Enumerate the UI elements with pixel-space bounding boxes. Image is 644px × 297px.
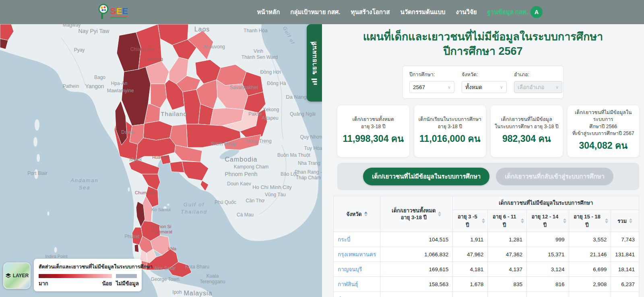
map-label: Sea [78, 185, 90, 191]
map-label: Dawei [121, 129, 134, 135]
sort-icon[interactable] [605, 218, 608, 223]
map-label: Xekong [263, 107, 279, 112]
tab-button[interactable]: เด็ก/เยาวชนที่กลับเข้าสู่ระบบการศึกษา [496, 168, 613, 185]
map-canvas[interactable]: MagwayNay Pyi TawPyayBagoPatheinYangonHp… [0, 24, 322, 297]
filter-group: จังหวัด:ทั้งหมด∨ [462, 71, 507, 93]
column-header-age[interactable]: อายุ 12 - 14 ปี [527, 210, 569, 232]
table-cell: 816 [527, 277, 569, 292]
expand-map-button[interactable]: ขยายแผนที่ [307, 24, 322, 102]
nav-item[interactable]: นวัตกรรมต้นแบบ [400, 7, 445, 17]
column-header-age[interactable]: รวม [611, 210, 639, 232]
map-label: Gulf of [184, 201, 204, 208]
chevron-down-icon: ∨ [555, 85, 559, 90]
map-label: Thailand [181, 209, 207, 215]
map-label: Yangon [85, 83, 104, 89]
table-row: กาญจนบุรี169,6154,1814,1373,1246,69918,1… [334, 262, 639, 277]
nav-item[interactable]: ฐานข้อมูล กสศ. [487, 7, 528, 17]
page-title: แผนที่เด็กและเยาวชนที่ไม่มีข้อมูลในระบบก… [329, 30, 637, 58]
table-cell: 1,066,832 [380, 247, 453, 262]
map-label: Pyay [74, 47, 85, 53]
stat-label: เด็ก/เยาวชนทั้งหมดอายุ 3-18 ปี [340, 116, 407, 130]
map-label: Nay Pyi Taw [78, 28, 110, 34]
sort-icon[interactable] [438, 212, 441, 216]
map-label: Bago [94, 75, 105, 80]
filter-value: เลือกอำเภอ [518, 83, 544, 91]
column-header-age[interactable]: อายุ 6 - 11 ปี [488, 210, 527, 232]
column-header-province[interactable]: จังหวัด [334, 196, 380, 232]
nav-item[interactable]: หน้าหลัก [257, 7, 280, 17]
stat-value: 11,016,000 คน [417, 131, 484, 146]
map-label: Đông Hà [267, 81, 286, 86]
sort-icon[interactable] [521, 218, 524, 223]
map-label: Chiang Mai [130, 46, 155, 52]
map-label: Hua Hin [152, 155, 168, 160]
table-cell: 4,181 [453, 262, 488, 277]
province-link[interactable]: กาญจนบุรี [334, 262, 380, 277]
isee-logo[interactable]: SEE [96, 3, 128, 21]
stat-value: 304,082 คน [570, 138, 637, 153]
sort-icon[interactable] [629, 218, 632, 223]
map-label: Phuket [124, 234, 140, 239]
layer-button[interactable]: LAYER [3, 262, 31, 289]
map-label: Alor Setar [154, 266, 175, 271]
main-nav: หน้าหลักกลุ่มเป้าหมาย กสศ.ทุนสร้างโอกาสน… [257, 7, 528, 17]
map-label: Siem Reap [211, 141, 237, 147]
map-label: Kuala [206, 273, 219, 279]
map-label: Port Blair [27, 170, 47, 176]
table-cell: 902 [488, 292, 527, 297]
filter-select[interactable]: เลือกอำเภอ∨ [514, 81, 562, 93]
chevron-down-icon: ∨ [448, 85, 451, 90]
province-link[interactable]: กรุงเทพมหานคร [334, 247, 380, 262]
map-label: George Town [151, 276, 179, 282]
map-label: Cần Thơ [246, 198, 264, 204]
map-label: Cà Mau [237, 212, 254, 218]
map-label: Laos [194, 26, 210, 33]
map-label: Ipoh [172, 289, 182, 295]
province-link[interactable]: กำแพงเพชร [334, 292, 380, 297]
map-label: Myeik [129, 157, 142, 162]
filter-value: 2567 [413, 84, 425, 90]
table-row: กำแพงเพชร111,0011,9109028994,1057,816 [334, 292, 639, 297]
layer-label: LAYER [13, 273, 29, 278]
map-label: Magway [63, 24, 81, 28]
table-cell: 1,911 [453, 232, 488, 247]
column-header-age[interactable]: อายุ 3 -5 ปี [453, 210, 488, 232]
sort-icon[interactable] [364, 212, 367, 216]
table-cell: 169,615 [380, 262, 453, 277]
nav-item[interactable]: งานวิจัย [456, 7, 477, 17]
map-label: Quảng Ngãi [290, 111, 316, 117]
filter-select[interactable]: ทั้งหมด∨ [462, 81, 507, 93]
province-link[interactable]: กาฬสินธุ์ [334, 277, 380, 292]
table-cell: 999 [527, 232, 569, 247]
filter-label: ปีการศึกษา: [409, 71, 454, 79]
tab-button[interactable]: เด็ก/เยาวชนที่ไม่มีข้อมูลในระบบการศึกษา [363, 168, 489, 185]
stat-label: เด็กนักเรียนในระบบการศึกษาอายุ 3-18 ปี [417, 116, 484, 130]
filter-card: ปีการศึกษา:2567∨จังหวัด:ทั้งหมด∨อำเภอ:เล… [402, 66, 564, 99]
user-avatar[interactable]: A [530, 6, 543, 18]
filter-select[interactable]: 2567∨ [409, 81, 454, 93]
column-header-age[interactable]: อายุ 15 - 18 ปี [569, 210, 611, 232]
column-header-total[interactable]: เด็ก/เยาวชนทั้งหมดอายุ 3-18 ปี [380, 196, 453, 232]
map-label: Andaman [70, 177, 99, 183]
map-label: Buôn Ma Thuột [277, 152, 310, 158]
map-label: Da Nang [286, 94, 306, 100]
tab-bar: เด็ก/เยาวชนที่ไม่มีข้อมูลในระบบการศึกษาเ… [337, 163, 639, 190]
map-label: Stung Treng [245, 138, 271, 144]
filter-group: อำเภอ:เลือกอำเภอ∨ [514, 71, 562, 93]
table-cell: 7,743 [611, 232, 639, 247]
chevron-down-icon: ∨ [500, 85, 503, 90]
map-label: Phan Rang - [295, 169, 322, 175]
sort-icon[interactable] [563, 218, 566, 223]
table-cell: 15,371 [527, 247, 569, 262]
map-label: Quy Nhơn [300, 134, 322, 140]
sort-icon[interactable] [482, 218, 485, 223]
filter-label: จังหวัด: [462, 71, 507, 79]
table-cell: 47,962 [453, 247, 488, 262]
nav-item[interactable]: ทุนสร้างโอกาส [351, 7, 390, 17]
nav-item[interactable]: กลุ่มเป้าหมาย กสศ. [290, 7, 340, 17]
map-legend: สัดส่วนเด็กและเยาวชนที่ไม่มีข้อมูลในระบบ… [34, 259, 142, 291]
province-link[interactable]: กระบี่ [334, 232, 380, 247]
stat-card: เด็กนักเรียนในระบบการศึกษาอายุ 3-18 ปี11… [414, 105, 486, 157]
table-cell: 6,237 [611, 277, 639, 292]
table-cell: 131,841 [611, 247, 639, 262]
